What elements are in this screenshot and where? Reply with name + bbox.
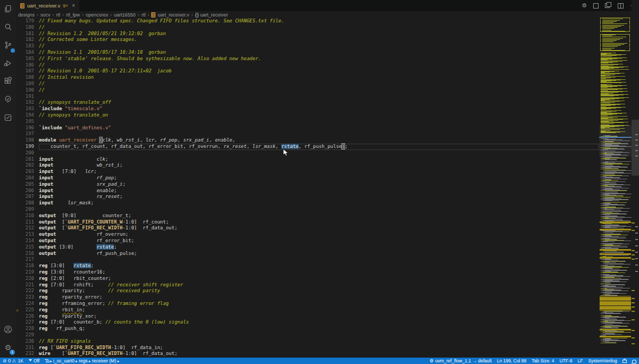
code-line[interactable]: 218reg [3:0] rstate; bbox=[16, 263, 599, 269]
layout-icon[interactable] bbox=[593, 3, 599, 9]
linter-status[interactable]: Off bbox=[26, 358, 42, 364]
breadcrumb-item[interactable]: rtl_lpw bbox=[66, 12, 80, 18]
code-line[interactable]: 195 bbox=[16, 119, 599, 125]
code-line[interactable]: 229 bbox=[16, 332, 599, 338]
code-line[interactable]: 201input clk; bbox=[16, 156, 599, 163]
code-line[interactable]: 183// bbox=[16, 43, 599, 49]
code-line[interactable]: 210output [9:0] counter_t; bbox=[16, 213, 599, 219]
minimap-line bbox=[601, 69, 629, 70]
code-line[interactable]: 203input [7:0] lcr; bbox=[16, 169, 599, 175]
search-icon[interactable] bbox=[0, 18, 16, 36]
code-line[interactable]: 217 bbox=[16, 257, 599, 263]
tab-uart-receiver[interactable]: uart_receiver.v 9+ × bbox=[16, 0, 79, 11]
breadcrumb-item[interactable]: opencores bbox=[86, 12, 108, 18]
tour-status[interactable] bbox=[620, 358, 629, 364]
code-line[interactable]: 214output rf_error_bit; bbox=[16, 238, 599, 244]
code-line[interactable]: 223reg rparity_error; bbox=[16, 294, 599, 301]
line-content: reg [2:0] rbit_counter; bbox=[39, 276, 599, 282]
testing-icon[interactable] bbox=[0, 90, 16, 109]
code-line[interactable]: 196`include "uart_defines.v" bbox=[16, 125, 599, 131]
eol-indicator[interactable]: LF bbox=[575, 358, 586, 364]
line-number: 194 bbox=[16, 112, 39, 119]
code-line[interactable]: 179// Fixed many bugs. Updated spec. Cha… bbox=[16, 18, 599, 24]
code-line[interactable]: 188// Initial revision bbox=[16, 75, 599, 81]
code-line[interactable]: 198module uart_receiver (clk, wb_rst_i, … bbox=[16, 137, 599, 144]
code-line[interactable]: 182// Corrected some Linter messages. bbox=[16, 37, 599, 43]
code-line[interactable]: 208input lsr_mask; bbox=[16, 200, 599, 206]
code-line[interactable]: 231reg [`UART_FIFO_REC_WIDTH-1:0] rf_dat… bbox=[16, 345, 599, 351]
source-control-icon[interactable] bbox=[0, 36, 16, 54]
problems-status[interactable]: ⊘ 0 ⚠ 1K bbox=[0, 358, 26, 364]
code-line[interactable]: 202input wb_rst_i; bbox=[16, 162, 599, 169]
code-line[interactable]: 212output [`UART_FIFO_REC_WIDTH-1:0] rf_… bbox=[16, 225, 599, 231]
gear-icon[interactable]: ⚙ bbox=[581, 3, 587, 9]
extensions-icon[interactable] bbox=[0, 72, 16, 90]
code-line[interactable]: 189// bbox=[16, 81, 599, 87]
code-line[interactable]: 222reg rparity; // received parity bbox=[16, 288, 599, 294]
code-line[interactable]: 185// First 'stable' release. Should be … bbox=[16, 56, 599, 62]
code-line[interactable]: 207input rx_reset; bbox=[16, 194, 599, 200]
code-line[interactable]: 226reg rparity_xor; bbox=[16, 313, 599, 320]
code-line[interactable]: 199 counter_t, rf_count, rf_data_out, rf… bbox=[16, 144, 599, 150]
encoding-indicator[interactable]: UTF-8 bbox=[557, 358, 575, 364]
breadcrumb-item[interactable]: uart16550 bbox=[114, 12, 136, 18]
breadcrumb-item[interactable]: socv bbox=[40, 12, 51, 18]
code-line[interactable]: 219reg [3:0] rcounter16; bbox=[16, 269, 599, 276]
code-line[interactable]: 191 bbox=[16, 94, 599, 100]
code-line[interactable]: 180// bbox=[16, 24, 599, 31]
code-line[interactable]: 192// synopsys translate_off bbox=[16, 100, 599, 106]
code-line[interactable]: 184// Revision 1.1 2001/05/17 18:34:18 g… bbox=[16, 49, 599, 56]
code-line[interactable]: ⚠225reg rbit_in; bbox=[16, 307, 599, 313]
manage-gear-icon[interactable]: ⚙ 1 bbox=[0, 338, 16, 357]
tab-close-icon[interactable]: × bbox=[72, 3, 75, 9]
code-line[interactable]: 194// synopsys translate_on bbox=[16, 112, 599, 119]
language-indicator[interactable]: SystemVerilog bbox=[586, 358, 620, 364]
code-line[interactable]: 200 bbox=[16, 150, 599, 156]
hierarchy-status[interactable]: ▸ i_oc_uart0 ▸ regs ▸ receiver (M) ▸ bbox=[42, 358, 122, 364]
explorer-icon[interactable] bbox=[0, 0, 16, 18]
code-line[interactable]: 213output rf_overrun; bbox=[16, 231, 599, 238]
code-line[interactable]: 186// bbox=[16, 62, 599, 69]
code-line[interactable]: 216output rf_push_pulse; bbox=[16, 251, 599, 257]
code-line[interactable]: 209 bbox=[16, 206, 599, 213]
breadcrumb-item[interactable]: rtl bbox=[56, 12, 61, 18]
minimap-slider[interactable] bbox=[599, 125, 632, 157]
tab-size-indicator[interactable]: Tab Size: 4 bbox=[529, 358, 557, 364]
code-line[interactable]: 232wire [`UART_FIFO_REC_WIDTH-1:0] rf_da… bbox=[16, 351, 599, 357]
code-line[interactable]: 211output [`UART_FIFO_COUNTER_W-1:0] rf_… bbox=[16, 219, 599, 226]
breadcrumb-symbol[interactable]: {} uart_receiver bbox=[195, 12, 228, 18]
line-number: 221 bbox=[16, 282, 39, 288]
code-line[interactable]: 206input enable; bbox=[16, 188, 599, 194]
breadcrumb-file[interactable]: uart_receiver.v bbox=[158, 12, 189, 18]
ruler-warning-mark bbox=[632, 330, 635, 331]
breadcrumb-item[interactable]: rtl bbox=[142, 12, 146, 18]
code-line[interactable]: 181// Revision 1.2 2001/05/21 19:12:02 g… bbox=[16, 31, 599, 37]
code-line[interactable]: 230// RX FIFO signals bbox=[16, 338, 599, 345]
minimap[interactable] bbox=[599, 18, 632, 345]
account-icon[interactable] bbox=[0, 320, 16, 338]
notifications-status[interactable] bbox=[629, 358, 639, 364]
code-editor[interactable]: 179// Fixed many bugs. Updated spec. Cha… bbox=[16, 18, 599, 358]
run-debug-icon[interactable] bbox=[0, 54, 16, 72]
scrollbar-thumb[interactable] bbox=[632, 120, 639, 176]
code-line[interactable]: 205input srx_pad_i; bbox=[16, 181, 599, 188]
overview-ruler[interactable] bbox=[632, 0, 639, 358]
code-line[interactable]: 227reg [7:0] counter_b; // counts the 0 … bbox=[16, 319, 599, 326]
minimap-line bbox=[601, 283, 611, 284]
code-line[interactable]: 215output [3:0] rstate; bbox=[16, 244, 599, 251]
split-editor-icon[interactable] bbox=[618, 3, 624, 9]
env-status[interactable]: ⚙ uvm_ref_flow_1.1 → default bbox=[427, 358, 494, 364]
code-line[interactable]: 197 bbox=[16, 131, 599, 137]
code-line[interactable]: 220reg [2:0] rbit_counter; bbox=[16, 276, 599, 282]
code-line[interactable]: 187// Revision 1.0 2001-05-17 21:27:11+0… bbox=[16, 68, 599, 75]
notebook-icon[interactable] bbox=[0, 109, 16, 127]
compare-changes-icon[interactable] bbox=[605, 3, 610, 8]
cursor-position[interactable]: Ln 199, Col 88 bbox=[494, 358, 529, 364]
code-line[interactable]: 204input rf_pop; bbox=[16, 175, 599, 181]
code-line[interactable]: 190// bbox=[16, 87, 599, 94]
code-line[interactable]: 193`include "timescale.v" bbox=[16, 106, 599, 112]
code-line[interactable]: 228reg rf_push_q; bbox=[16, 326, 599, 332]
breadcrumb-item[interactable]: designs bbox=[18, 12, 35, 18]
code-line[interactable]: 221reg [7:0] rshift; // receiver shift r… bbox=[16, 282, 599, 288]
code-line[interactable]: 224reg rframing_error; // framing error … bbox=[16, 301, 599, 307]
